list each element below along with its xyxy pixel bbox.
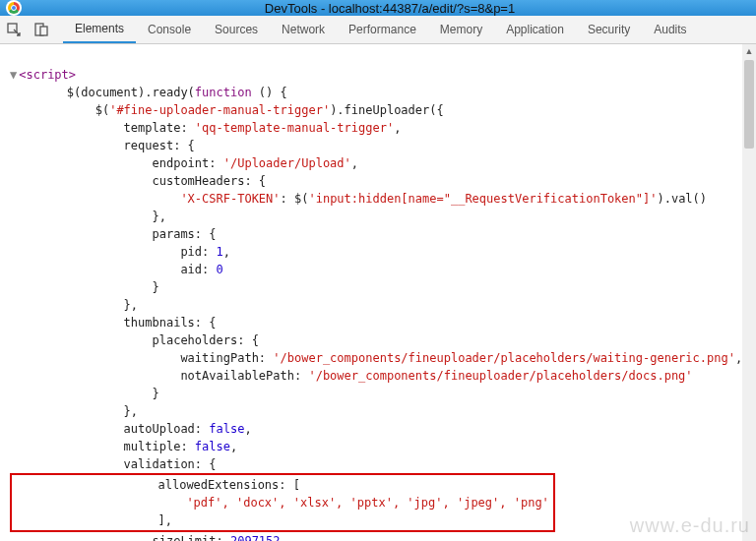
code-text: pid:: [10, 245, 217, 259]
chrome-icon: [6, 0, 22, 16]
code-text: sizeLimit:: [10, 534, 230, 541]
code-text: multiple:: [10, 440, 195, 453]
devtools-tabs: Elements Console Sources Network Perform…: [63, 16, 699, 43]
code-text: $(document).ready(: [67, 86, 195, 99]
svg-rect-2: [40, 27, 47, 35]
code-text: ).val(): [657, 192, 707, 206]
string: '#fine-uploader-manual-trigger': [109, 103, 330, 117]
scroll-thumb[interactable]: [744, 60, 754, 149]
code-text: template:: [10, 121, 195, 135]
bool: false: [209, 422, 244, 436]
code-text: autoUpload:: [10, 422, 209, 436]
number: 2097152: [230, 534, 281, 541]
code-text: ],: [16, 513, 172, 527]
bool: false: [195, 440, 230, 453]
window-title: DevTools - localhost:44387/a/edit/?s=8&p…: [30, 1, 750, 16]
tab-memory[interactable]: Memory: [428, 16, 494, 43]
code-text: $(: [10, 103, 109, 117]
tab-elements[interactable]: Elements: [63, 16, 136, 43]
code-text: params: {: [10, 227, 217, 241]
string: 'qq-template-manual-trigger': [195, 121, 394, 135]
string: 'input:hidden[name="__RequestVerificatio…: [308, 192, 657, 206]
vertical-scrollbar[interactable]: ▲ ▼: [742, 44, 756, 541]
string: 'X-CSRF-TOKEN': [180, 192, 280, 206]
code-text: waitingPath:: [10, 351, 273, 365]
collapse-arrow-icon[interactable]: ▼: [10, 68, 17, 82]
code-text: endpoint:: [10, 156, 223, 170]
tab-console[interactable]: Console: [136, 16, 203, 43]
keyword-function: function: [195, 86, 252, 99]
tab-network[interactable]: Network: [270, 16, 337, 43]
string: '/Uploader/Upload': [223, 156, 351, 170]
number: 0: [217, 263, 223, 276]
code-text: },: [10, 298, 138, 312]
code-text: customHeaders: {: [10, 174, 266, 188]
code-text: },: [10, 404, 138, 418]
device-toggle-button[interactable]: [28, 16, 55, 43]
code-text: : $(: [281, 192, 309, 206]
number: 1: [217, 245, 223, 259]
string: 'pdf', 'docx', 'xlsx', 'pptx', 'jpg', 'j…: [16, 496, 549, 510]
tab-application[interactable]: Application: [494, 16, 576, 43]
string: '/bower_components/fineuploader/placehol…: [308, 369, 692, 383]
tab-security[interactable]: Security: [576, 16, 642, 43]
code-text: notAvailablePath:: [10, 369, 308, 383]
code-text: }: [10, 387, 159, 400]
code-text: () {: [252, 86, 287, 99]
code-text: placeholders: {: [10, 333, 259, 347]
code-text: validation: {: [10, 457, 217, 471]
elements-source-pane[interactable]: ▼<script> $(document).ready(function () …: [0, 44, 742, 541]
scroll-up-arrow-icon[interactable]: ▲: [742, 44, 756, 58]
code-text: thumbnails: {: [10, 316, 217, 330]
code-text: aid:: [10, 263, 217, 276]
code-text: allowedExtensions: [: [16, 478, 300, 492]
code-text: ).fineUploader({: [330, 103, 444, 117]
tab-audits[interactable]: Audits: [642, 16, 698, 43]
window-titlebar: DevTools - localhost:44387/a/edit/?s=8&p…: [0, 0, 756, 16]
highlighted-allowed-extensions: allowedExtensions: [ 'pdf', 'docx', 'xls…: [10, 473, 555, 532]
tab-sources[interactable]: Sources: [203, 16, 270, 43]
string: '/bower_components/fineuploader/placehol…: [273, 351, 735, 365]
script-open-tag: <script>: [19, 68, 76, 82]
code-text: }: [10, 280, 159, 294]
tab-performance[interactable]: Performance: [337, 16, 428, 43]
code-text: },: [10, 210, 166, 223]
devtools-toolbar: Elements Console Sources Network Perform…: [0, 16, 756, 44]
code-text: request: {: [10, 139, 195, 152]
code-text: [10, 192, 180, 206]
inspect-element-button[interactable]: [0, 16, 28, 43]
